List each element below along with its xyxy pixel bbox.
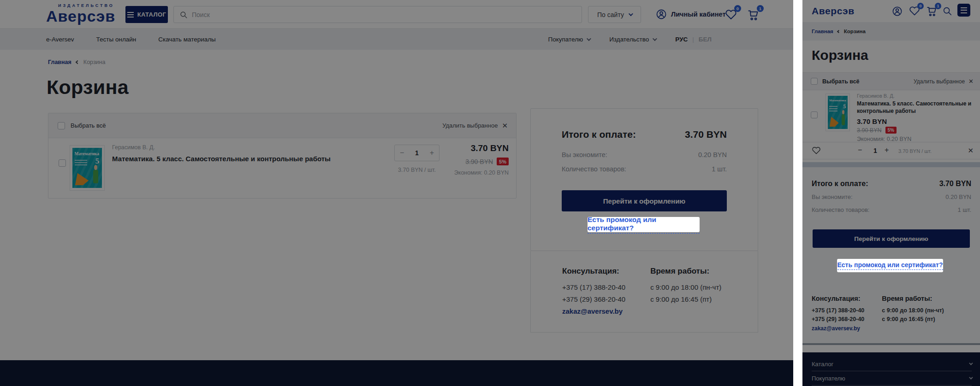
screenshot-canvas: ИЗДАТЕЛЬСТВО Аверсэв КАТАЛОГ По сайту Ли… [0, 0, 980, 386]
promo-highlight: Есть промокод или сертификат? [837, 259, 943, 272]
dim-overlay [0, 0, 793, 386]
dim-overlay [802, 0, 980, 386]
promo-highlight: Есть промокод или сертификат? [588, 217, 700, 232]
promo-code-link[interactable]: Есть промокод или сертификат? [588, 216, 700, 234]
mobile-view: Аверсэв 0 1 Главная Корзина К [802, 0, 980, 386]
promo-code-link[interactable]: Есть промокод или сертификат? [837, 261, 943, 270]
desktop-view: ИЗДАТЕЛЬСТВО Аверсэв КАТАЛОГ По сайту Ли… [0, 0, 793, 386]
